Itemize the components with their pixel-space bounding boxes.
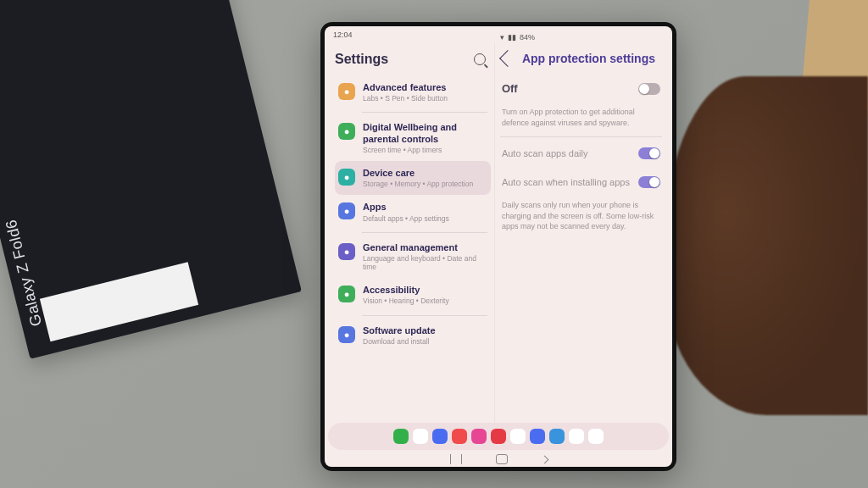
dock-app-3[interactable] [452,429,467,444]
signal-icon: ▮▮ [508,33,516,42]
dock-app-9[interactable] [569,429,584,444]
status-right: ▾ ▮▮ 84% [495,28,664,42]
option-row-0[interactable]: Auto scan apps daily [500,139,662,168]
status-time: 12:04 [333,30,353,39]
settings-item-general-management[interactable]: ●General managementLanguage and keyboard… [335,236,491,279]
settings-item-icon: ● [338,123,355,140]
settings-item-title: Advanced features [363,82,487,93]
tablet-device: 12:04 ▾ ▮▮ 84% Settings ●Advanced featur… [320,22,676,471]
wifi-icon: ▾ [500,33,504,42]
app-dock [328,423,669,450]
dock-app-4[interactable] [471,429,487,444]
divider [362,315,487,316]
battery-text: 84% [520,33,535,42]
back-icon[interactable] [499,50,516,67]
settings-item-icon: ● [338,326,355,343]
dock-app-5[interactable] [491,429,506,444]
settings-item-sub: Labs • S Pen • Side button [363,94,487,103]
nav-bar [325,452,672,467]
settings-item-title: Digital Wellbeing and parental controls [363,122,487,144]
dock-app-8[interactable] [549,429,565,444]
divider [362,232,487,233]
divider [500,136,662,137]
detail-pane: App protection settings Off Turn on App … [495,43,672,423]
back-button[interactable] [540,455,548,463]
settings-item-advanced-features[interactable]: ●Advanced featuresLabs • S Pen • Side bu… [335,75,491,109]
dock-app-1[interactable] [413,429,428,444]
settings-item-sub: Vision • Hearing • Dexterity [363,297,487,305]
master-label: Off [502,82,518,95]
option-switch[interactable] [638,176,660,188]
settings-item-title: General management [363,242,487,253]
settings-item-sub: Screen time • App timers [363,146,487,154]
settings-item-title: Device care [363,168,487,179]
settings-item-title: Apps [363,202,487,213]
settings-item-apps[interactable]: ●AppsDefault apps • App settings [335,195,491,229]
settings-item-sub: Storage • Memory • App protection [363,180,487,188]
options-description: Daily scans only run when your phone is … [500,197,662,239]
settings-item-sub: Language and keyboard • Date and time [363,254,487,271]
settings-item-device-care[interactable]: ●Device careStorage • Memory • App prote… [335,161,491,195]
settings-item-accessibility[interactable]: ●AccessibilityVision • Hearing • Dexteri… [335,278,491,312]
master-switch[interactable] [638,83,660,95]
settings-item-software-update[interactable]: ●Software updateDownload and install [335,319,491,352]
detail-title: App protection settings [522,52,655,65]
settings-title: Settings [335,52,388,67]
settings-item-sub: Default apps • App settings [363,214,487,223]
box-label [40,262,198,341]
master-description: Turn on App protection to get additional… [500,103,662,135]
master-toggle-row[interactable]: Off [500,74,662,103]
dock-app-6[interactable] [510,429,526,444]
settings-item-digital-wellbeing-and-parental-controls[interactable]: ●Digital Wellbeing and parental controls… [335,115,491,161]
user-hand [665,76,868,415]
status-bar: 12:04 ▾ ▮▮ 84% [325,26,672,43]
settings-item-title: Accessibility [363,285,487,296]
settings-item-icon: ● [338,169,355,186]
settings-item-sub: Download and install [363,337,487,346]
product-box: Galaxy Z Fold6 [0,0,302,359]
settings-item-icon: ● [338,202,355,219]
settings-list-pane: Settings ●Advanced featuresLabs • S Pen … [325,43,495,423]
settings-item-title: Software update [363,325,487,336]
dock-app-2[interactable] [432,429,448,444]
settings-item-icon: ● [338,243,355,260]
option-label: Auto scan when installing apps [502,177,630,187]
home-button[interactable] [496,454,508,464]
dock-app-0[interactable] [393,429,409,444]
tablet-screen: 12:04 ▾ ▮▮ 84% Settings ●Advanced featur… [325,26,672,467]
settings-item-icon: ● [338,83,355,100]
recents-button[interactable] [450,454,462,464]
divider [362,112,487,113]
option-label: Auto scan apps daily [502,148,588,158]
search-icon[interactable] [474,53,486,65]
option-switch[interactable] [638,147,660,159]
settings-item-icon: ● [338,286,355,302]
dock-app-10[interactable] [588,429,604,444]
option-row-1[interactable]: Auto scan when installing apps [500,168,662,197]
box-brand-text: Galaxy Z Fold6 [3,218,47,328]
dock-app-7[interactable] [530,429,545,444]
